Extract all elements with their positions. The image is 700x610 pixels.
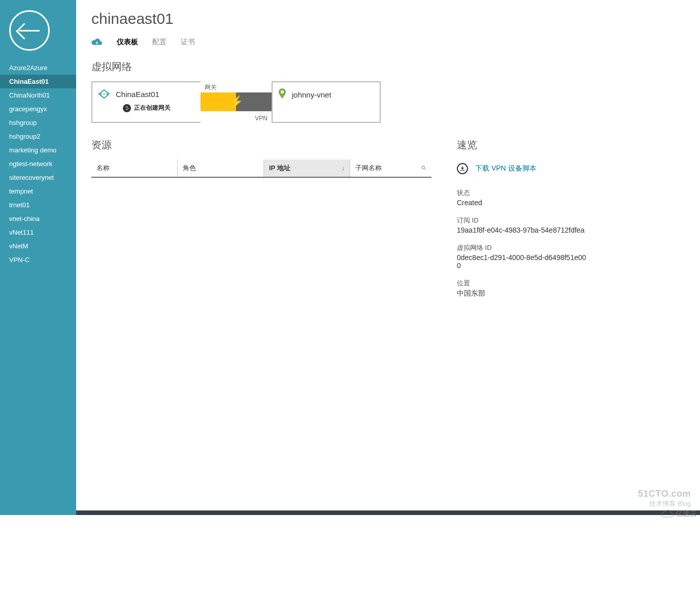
search-icon [421, 165, 426, 172]
vnet-icon [97, 88, 111, 100]
sidebar-item-siterecoverynet[interactable]: siterecoverynet [0, 171, 76, 184]
vnet-section-title: 虚拟网络 [91, 60, 685, 74]
svg-point-1 [101, 93, 102, 95]
svg-point-2 [107, 93, 108, 95]
column-ip[interactable]: IP 地址 ↓ [264, 159, 350, 177]
sidebar-item-trnet01[interactable]: trnet01 [0, 198, 76, 212]
quick-glance-title: 速览 [457, 138, 589, 152]
sidebar: Azure2Azure ChinaEast01 ChinaNorth01 gra… [0, 0, 76, 515]
sidebar-item-vnet111[interactable]: vNet111 [0, 226, 76, 239]
column-search[interactable] [416, 159, 431, 177]
vnet-remote-box[interactable]: johnny-vnet [272, 81, 381, 123]
column-role[interactable]: 角色 [178, 159, 264, 177]
sidebar-item-chinanorth01[interactable]: ChinaNorth01 [0, 88, 76, 102]
sidebar-item-hshgroup2[interactable]: hshgroup2 [0, 130, 76, 143]
sidebar-item-vnetchina[interactable]: vnet-china [0, 212, 76, 226]
status-value: Created [457, 199, 589, 207]
sidebar-item-vpnc[interactable]: VPN-C [0, 253, 76, 267]
tab-certificates[interactable]: 证书 [181, 38, 195, 47]
vnet-status-text: 正在创建网关 [134, 104, 171, 112]
svg-line-4 [424, 169, 426, 170]
vnet-id-value: 0dec8ec1-d291-4000-8e5d-d6498f51e000 [457, 253, 589, 270]
download-script-row[interactable]: 下载 VPN 设备脚本 [457, 163, 589, 174]
svg-point-3 [422, 166, 425, 169]
vnet-id-label: 虚拟网络 ID [457, 243, 589, 252]
main-content: chinaeast01 仪表板 配置 证书 虚拟网络 ChinaEast01 正… [76, 0, 700, 515]
subscription-label: 订阅 ID [457, 216, 589, 225]
tab-dashboard[interactable]: 仪表板 [117, 38, 138, 47]
resources-title: 资源 [91, 138, 431, 152]
sidebar-item-ngtestnetwork[interactable]: ngtest-network [0, 157, 76, 171]
download-icon [457, 163, 468, 174]
subscription-block: 订阅 ID 19aa1f8f-e04c-4983-97ba-54e8712fdf… [457, 216, 589, 234]
sidebar-item-hshgroup[interactable]: hshgroup [0, 116, 76, 130]
bolt-icon: ⚡ [228, 95, 244, 109]
page-title: chinaeast01 [91, 10, 685, 27]
sidebar-item-chinaeast01[interactable]: ChinaEast01 [0, 75, 76, 88]
tabs: 仪表板 配置 证书 [91, 38, 685, 47]
quick-glance-panel: 速览 下载 VPN 设备脚本 状态 Created 订阅 ID 19aa1f8f… [457, 138, 589, 307]
sidebar-item-azure2azure[interactable]: Azure2Azure [0, 61, 76, 75]
quickstart-icon[interactable] [91, 38, 103, 46]
vpn-bar: ⚡ [201, 92, 272, 111]
download-vpn-script-link[interactable]: 下载 VPN 设备脚本 [475, 164, 537, 173]
location-marker-icon [278, 88, 287, 101]
location-block: 位置 中国东部 [457, 279, 589, 298]
back-arrow-icon [19, 30, 40, 31]
resources-table-header: 名称 角色 IP 地址 ↓ 子网名称 [91, 159, 431, 178]
column-name[interactable]: 名称 [91, 159, 178, 177]
location-label: 位置 [457, 279, 589, 288]
gateway-label: 网关 [201, 81, 272, 92]
svg-point-0 [104, 93, 105, 95]
gateway-connector: 网关 ⚡ VPN [201, 81, 272, 123]
column-ip-label: IP 地址 [269, 164, 290, 172]
bottom-bar [76, 510, 700, 515]
back-button[interactable] [9, 10, 50, 51]
vnet-remote-name: johnny-vnet [292, 90, 331, 99]
column-subnet[interactable]: 子网名称 [350, 159, 416, 177]
status-block: 状态 Created [457, 188, 589, 207]
resources-section: 资源 名称 角色 IP 地址 ↓ 子网名称 [91, 138, 431, 307]
location-value: 中国东部 [457, 289, 589, 298]
status-label: 状态 [457, 188, 589, 198]
sync-icon [123, 104, 131, 112]
subscription-value: 19aa1f8f-e04c-4983-97ba-54e8712fdfea [457, 226, 589, 234]
sort-down-icon: ↓ [342, 165, 345, 172]
network-nav-list: Azure2Azure ChinaEast01 ChinaNorth01 gra… [0, 61, 76, 267]
sidebar-item-gracepengyx[interactable]: gracepengyx [0, 102, 76, 116]
tab-configure[interactable]: 配置 [152, 38, 166, 47]
vpn-label: VPN [255, 115, 268, 122]
sidebar-item-vnetm[interactable]: vNetM [0, 239, 76, 253]
vnet-diagram: ChinaEast01 正在创建网关 网关 ⚡ VPN johnny-vnet [91, 81, 685, 123]
vnet-local-name: ChinaEast01 [116, 90, 159, 99]
sidebar-item-tempnet[interactable]: tempnet [0, 184, 76, 198]
vnet-id-block: 虚拟网络 ID 0dec8ec1-d291-4000-8e5d-d6498f51… [457, 243, 589, 270]
sidebar-item-marketingdemo[interactable]: marketing demo [0, 143, 76, 157]
vnet-local-box[interactable]: ChinaEast01 正在创建网关 [91, 81, 201, 123]
